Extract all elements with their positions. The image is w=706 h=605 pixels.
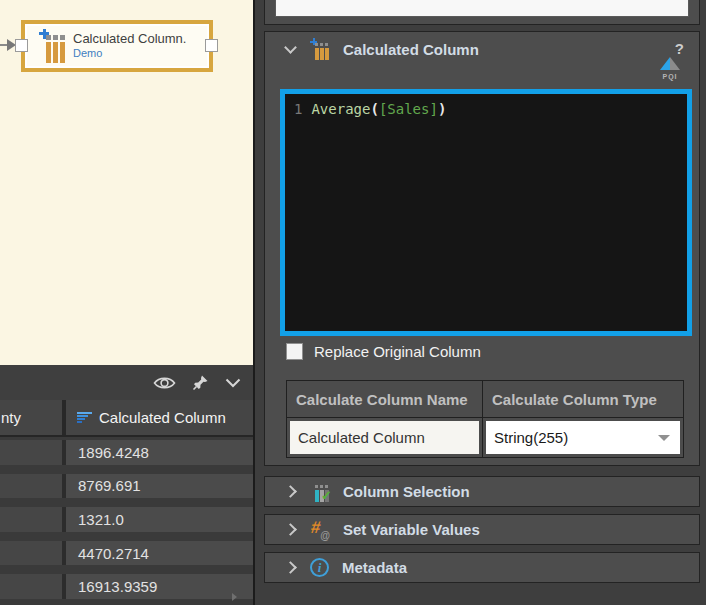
config-header-name: Calculate Column Name <box>287 381 483 417</box>
section-title: Metadata <box>342 559 407 576</box>
calculated-column-icon <box>310 39 330 60</box>
code-line: 1Average([Sales]) <box>285 94 687 117</box>
section-title: Set Variable Values <box>343 521 480 538</box>
preview-eye-icon[interactable] <box>153 375 176 391</box>
column-name-input[interactable]: Calculated Column <box>290 421 479 454</box>
calculated-column-section-header[interactable]: Calculated Column <box>265 32 699 66</box>
section-title: Column Selection <box>343 483 470 500</box>
table-row[interactable]: 8769.691 <box>0 474 253 508</box>
calculated-column-section: Calculated Column ? PQI 1Average([Sales]… <box>264 31 700 466</box>
replace-original-column-checkbox[interactable] <box>286 343 303 360</box>
results-table-body: 1896.4248 8769.691 1321.0 4470.2714 1691… <box>0 437 253 605</box>
config-panel: Calculated Column ? PQI 1Average([Sales]… <box>253 0 706 605</box>
node-input-port[interactable] <box>15 39 28 52</box>
table-row[interactable]: 1321.0 <box>0 507 253 541</box>
pqi-logo[interactable]: PQI <box>659 56 681 80</box>
table-row[interactable]: 16913.9359 <box>0 574 253 605</box>
code-column-ref: [Sales] <box>379 101 438 117</box>
results-table: nty Calculated Column 1896.4248 8769.691… <box>0 400 253 605</box>
chevron-right-icon <box>284 485 297 498</box>
section-title: Calculated Column <box>343 41 479 58</box>
node-title: Calculated Column. <box>73 32 186 47</box>
pqi-triangle-icon <box>660 57 680 70</box>
results-table-header: nty Calculated Column <box>0 400 253 437</box>
cell-value: 1321.0 <box>66 507 253 532</box>
workflow-canvas[interactable]: Calculated Column. Demo <box>0 0 253 365</box>
section-set-variable-values[interactable]: #@ Set Variable Values <box>264 514 700 545</box>
column-type-dropdown[interactable]: String(255) <box>486 421 680 454</box>
app-window: Calculated Column. Demo nty Calculated C… <box>0 0 706 605</box>
numeric-column-icon <box>77 412 92 424</box>
column-type-value: String(255) <box>494 429 568 446</box>
section-metadata[interactable]: i Metadata <box>264 552 700 583</box>
pqi-label: PQI <box>659 73 681 80</box>
chevron-right-icon <box>284 561 297 574</box>
help-button[interactable]: ? <box>675 40 684 57</box>
expression-editor[interactable]: 1Average([Sales]) <box>280 89 692 336</box>
top-group-box <box>264 0 700 25</box>
dropdown-arrow-icon <box>658 435 670 441</box>
replace-original-column-row: Replace Original Column <box>286 343 481 360</box>
node-output-port[interactable] <box>205 39 218 52</box>
results-toolbar <box>0 365 253 400</box>
replace-original-column-label: Replace Original Column <box>314 343 481 360</box>
table-row[interactable]: 4470.2714 <box>0 541 253 575</box>
column-config-table: Calculate Column Name Calculate Column T… <box>286 380 684 458</box>
set-variable-values-icon: #@ <box>310 520 330 540</box>
line-number: 1 <box>294 101 302 117</box>
scroll-right-icon[interactable] <box>232 593 237 601</box>
cell-value: 1896.4248 <box>66 440 253 465</box>
section-column-selection[interactable]: ✓ Column Selection <box>264 476 700 507</box>
info-icon: i <box>310 558 329 577</box>
chevron-right-icon <box>284 523 297 536</box>
collapse-panel-chevron-icon[interactable] <box>225 378 241 388</box>
config-header-type: Calculate Column Type <box>483 381 683 417</box>
calculated-column-node[interactable]: Calculated Column. Demo <box>21 20 213 72</box>
cell-value: 8769.691 <box>66 474 253 499</box>
calculated-column-icon <box>39 28 67 64</box>
column-selection-icon: ✓ <box>310 481 330 502</box>
node-subtitle: Demo <box>73 47 186 60</box>
column-header-partial[interactable]: nty <box>0 400 66 435</box>
pin-icon[interactable] <box>192 374 209 391</box>
chevron-down-icon <box>284 41 297 54</box>
table-row[interactable]: 1896.4248 <box>0 440 253 474</box>
code-function: Average <box>311 101 370 117</box>
cell-value: 16913.9359 <box>66 574 253 599</box>
column-header-calculated-column[interactable]: Calculated Column <box>66 400 253 435</box>
cell-value: 4470.2714 <box>66 541 253 566</box>
top-text-input[interactable] <box>275 0 689 17</box>
